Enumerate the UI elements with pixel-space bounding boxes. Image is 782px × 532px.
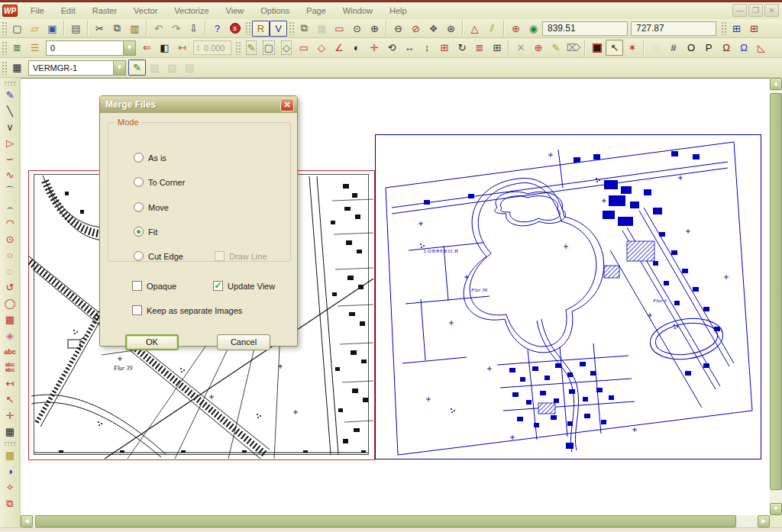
toolbar-grip[interactable]	[2, 61, 7, 75]
menu-window[interactable]: Window	[334, 4, 381, 18]
deskew-button[interactable]: ∠	[330, 40, 347, 56]
context-help-button[interactable]: ?	[208, 21, 226, 37]
stamp-save-button[interactable]: ▨	[146, 60, 163, 76]
checkbox-keep-separate-control[interactable]	[132, 305, 142, 315]
toolbar-grip[interactable]	[4, 441, 16, 446]
circle-rotate-tool-button[interactable]: ↺	[2, 279, 18, 295]
menu-vectorize[interactable]: Vectorize	[166, 4, 217, 18]
edit-attributes-button[interactable]: ✎	[128, 60, 146, 76]
polyline-tool-button[interactable]: ∨	[2, 119, 18, 135]
align-button[interactable]: ≣	[470, 40, 488, 56]
copy-button[interactable]: ⧉	[108, 21, 126, 37]
menu-file[interactable]: File	[22, 4, 53, 18]
arc-3point-tool-button[interactable]: ⌢	[2, 199, 18, 215]
draw-pencil-tool-button[interactable]: ✎	[2, 87, 18, 103]
circle-2point-tool-button[interactable]: ◌	[2, 263, 18, 279]
toolbar-grip[interactable]	[245, 21, 250, 35]
tile-grid-button[interactable]: ⊞	[488, 40, 506, 56]
snap-vector-button[interactable]: Ω	[735, 40, 752, 56]
cancel-button[interactable]: Cancel	[217, 334, 270, 350]
menu-page[interactable]: Page	[298, 4, 334, 18]
vector-map-image[interactable]: LOBBERICH Flur 36 Flur 3	[375, 134, 761, 459]
zoom-previous-button[interactable]: ⊘	[407, 21, 425, 37]
copy-object-tool-button[interactable]: ⧉	[2, 495, 18, 511]
cut-button[interactable]: ✂	[91, 21, 108, 37]
line-tool-button[interactable]: ╲	[2, 103, 18, 119]
frame-polygon-button[interactable]: ◇	[312, 40, 330, 56]
attribute-form-button[interactable]: ▦	[8, 60, 26, 76]
redo-button[interactable]: ↷	[167, 21, 185, 37]
menu-options[interactable]: Options	[252, 4, 298, 18]
undo-button[interactable]: ↶	[150, 21, 167, 37]
place-grid-button[interactable]: ⊞	[435, 40, 453, 56]
menu-vector[interactable]: Vector	[125, 4, 166, 18]
stamp-load-button[interactable]: ▧	[163, 60, 181, 76]
measure-button[interactable]: △	[466, 21, 483, 37]
snap-raster-button[interactable]: Ω	[717, 40, 735, 56]
scroll-left-button[interactable]: ◀	[21, 515, 33, 527]
text-tool-button[interactable]: abc	[2, 343, 18, 360]
toolbar-grip[interactable]	[2, 21, 7, 35]
radio-cut-edge[interactable]: Cut Edge	[134, 251, 183, 261]
layer-manager-button[interactable]: ≣	[8, 40, 26, 56]
checkbox-update-view-control[interactable]	[213, 281, 223, 291]
checkbox-update-view[interactable]: Update View	[213, 281, 275, 291]
duplicate-image-button[interactable]: ⧉	[296, 21, 313, 37]
raster-grid-button[interactable]: ▦	[313, 21, 331, 37]
arc-tool-button[interactable]: ⌒	[2, 183, 18, 199]
select-rect-button[interactable]: ▢	[260, 40, 277, 56]
flip-horizontal-button[interactable]: ↔	[400, 40, 418, 56]
dialog-close-button[interactable]: ✕	[280, 98, 294, 111]
import-button[interactable]: ⇩	[185, 21, 202, 37]
vertical-scrollbar[interactable]: ▲ ▼	[770, 78, 782, 515]
snap-point-button[interactable]: P	[700, 40, 717, 56]
invert-raster-button[interactable]: ◧	[156, 40, 173, 56]
form-tool-button[interactable]: ▦	[2, 447, 18, 463]
radio-as-is-control[interactable]	[134, 153, 144, 163]
toolbar-grip[interactable]	[2, 41, 7, 55]
move-to-layer-button[interactable]: ⇐	[138, 40, 156, 56]
zoom-out-button[interactable]: ⊖	[389, 21, 407, 37]
snap-cross-button[interactable]: ✕	[512, 40, 529, 56]
snap-target-button[interactable]: ⊕	[529, 40, 547, 56]
coordinate-y-field[interactable]	[631, 21, 716, 36]
dimension-tool-button[interactable]: ↤	[2, 376, 18, 392]
circle-center-tool-button[interactable]: ⊙	[2, 231, 18, 247]
scroll-right-button[interactable]: ▶	[758, 515, 770, 527]
radio-to-corner-control[interactable]	[134, 177, 144, 187]
zoom-window-button[interactable]: ⊙	[348, 21, 366, 37]
layer-combo-dropdown-icon[interactable]: ▼	[123, 41, 135, 55]
magic-wand-tool-button[interactable]: ✧	[2, 479, 18, 495]
scroll-up-button[interactable]: ▲	[770, 78, 782, 90]
attribute-table-tool-button[interactable]: ▦	[2, 424, 18, 440]
grid-dots-button[interactable]: ∷	[647, 40, 664, 56]
flip-vertical-button[interactable]: ↕	[418, 40, 435, 56]
angle-spinner[interactable]: ▲▼ 0.000	[193, 40, 231, 55]
circle-tool-button[interactable]: ○	[2, 247, 18, 263]
split-view-tool-button[interactable]: ◑	[2, 463, 18, 479]
menu-help[interactable]: Help	[381, 4, 415, 18]
crop-button[interactable]: ▭	[331, 21, 348, 37]
eraser-button[interactable]: ⌦	[564, 40, 582, 56]
toolbar-grip[interactable]	[721, 21, 726, 35]
profile-combo-dropdown-icon[interactable]: ▼	[113, 61, 125, 75]
multiline-text-tool-button[interactable]: abc abc	[2, 360, 18, 376]
radio-move[interactable]: Move	[134, 202, 169, 212]
save-file-button[interactable]: ▣	[44, 21, 61, 37]
world-fit-button[interactable]: ⊕	[507, 21, 525, 37]
options-wand-button[interactable]: ✶	[623, 40, 641, 56]
stamp-apply-button[interactable]: ▤	[181, 60, 199, 76]
select-vector-button[interactable]: ✎	[242, 40, 260, 56]
pan-button[interactable]: ❖	[425, 21, 442, 37]
pointer-tool-button[interactable]: ↖	[2, 392, 18, 408]
clean-raster-button[interactable]: ⫽	[483, 21, 501, 37]
draw-pencil-button[interactable]: ✎	[547, 40, 564, 56]
protractor-button[interactable]: ◺	[752, 40, 770, 56]
world-view-button[interactable]: ◉	[525, 21, 542, 37]
pointer-mode-button[interactable]: ↖	[606, 40, 623, 56]
spline-tool-button[interactable]: ∽	[2, 151, 18, 167]
arc-angle-tool-button[interactable]: ◠	[2, 215, 18, 231]
move-points-button[interactable]: ✛	[365, 40, 383, 56]
marker-tool-button[interactable]: ✛	[2, 408, 18, 424]
layers-button[interactable]: ☰	[26, 40, 44, 56]
